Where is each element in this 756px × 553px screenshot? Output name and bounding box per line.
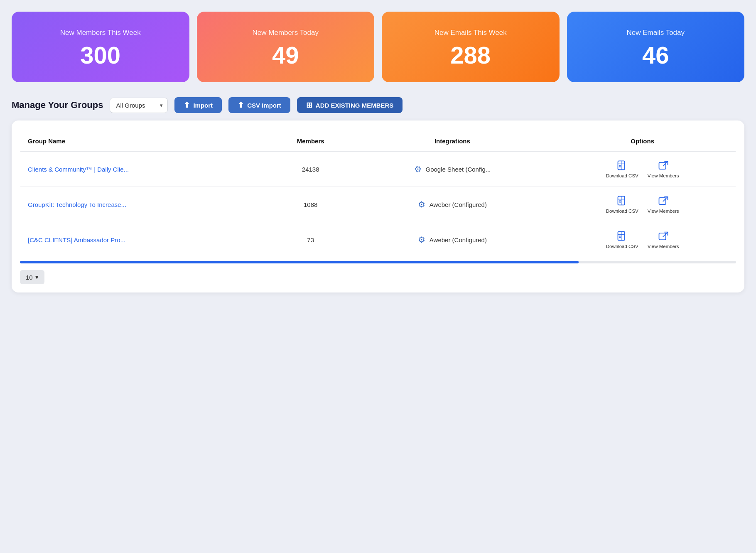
svg-rect-16 — [659, 233, 665, 240]
group-filter-wrapper: All Groups ▾ — [110, 98, 168, 113]
members-cell: 73 — [266, 222, 355, 258]
stat-label: New Members Today — [253, 28, 319, 38]
chevron-down-icon-page: ▾ — [35, 273, 39, 281]
integration-text: Aweber (Configured) — [430, 201, 487, 208]
upload-icon: ⬆ — [184, 101, 190, 109]
group-name-cell: Clients & Community™ | Daily Clie... — [20, 152, 266, 187]
external-link-icon — [658, 195, 669, 207]
group-name-link[interactable]: GroupKit: Technology To Increase... — [28, 201, 126, 208]
integration-content: ⚙ Aweber (Configured) — [363, 235, 542, 245]
upload-icon-csv: ⬆ — [238, 101, 244, 109]
download-csv-button[interactable]: X Download CSV — [606, 195, 638, 214]
manage-title: Manage Your Groups — [12, 100, 103, 111]
stat-card-new-members-week: New Members This Week 300 — [12, 12, 189, 82]
csv-icon: X — [616, 231, 628, 242]
col-members: Members — [266, 131, 355, 152]
members-cell: 24138 — [266, 152, 355, 187]
page-size-value: 10 — [26, 274, 33, 281]
integrations-cell: ⚙ Aweber (Configured) — [355, 222, 549, 258]
table-row: [C&C CLIENTS] Ambassador Pro...73 ⚙ Aweb… — [20, 222, 736, 258]
group-name-cell: GroupKit: Technology To Increase... — [20, 187, 266, 222]
stat-card-new-members-today: New Members Today 49 — [197, 12, 375, 82]
col-group-name: Group Name — [20, 131, 266, 152]
groups-table: Group Name Members Integrations Options … — [20, 130, 736, 258]
view-members-label: View Members — [648, 173, 679, 178]
csv-icon: X — [616, 160, 628, 172]
download-csv-label: Download CSV — [606, 173, 638, 178]
table-row: Clients & Community™ | Daily Clie...2413… — [20, 152, 736, 187]
options-cell: X Download CSV View Members — [549, 187, 736, 222]
download-csv-label: Download CSV — [606, 209, 638, 214]
pagination-row: 10 ▾ — [20, 270, 736, 284]
view-members-label: View Members — [648, 209, 679, 214]
table-scrollbar[interactable] — [20, 261, 736, 263]
members-cell: 1088 — [266, 187, 355, 222]
group-name-cell: [C&C CLIENTS] Ambassador Pro... — [20, 222, 266, 258]
group-name-link[interactable]: Clients & Community™ | Daily Clie... — [28, 166, 129, 173]
integration-text: Google Sheet (Config... — [426, 166, 491, 173]
add-square-icon: ⊞ — [306, 101, 312, 109]
options-buttons: X Download CSV View Members — [557, 160, 728, 178]
download-csv-label: Download CSV — [606, 244, 638, 249]
stat-value: 288 — [450, 43, 491, 67]
table-card: Group Name Members Integrations Options … — [12, 120, 744, 292]
col-options: Options — [549, 131, 736, 152]
gear-icon: ⚙ — [418, 199, 425, 209]
options-buttons: X Download CSV View Members — [557, 231, 728, 249]
add-existing-members-button[interactable]: ⊞ ADD EXISTING MEMBERS — [297, 97, 403, 113]
stat-label: New Emails Today — [626, 28, 685, 38]
integrations-cell: ⚙ Aweber (Configured) — [355, 187, 549, 222]
integration-text: Aweber (Configured) — [430, 236, 487, 243]
view-members-label: View Members — [648, 244, 679, 249]
csv-icon: X — [616, 195, 628, 207]
csv-import-button[interactable]: ⬆ CSV Import — [228, 97, 290, 113]
table-row: GroupKit: Technology To Increase...1088 … — [20, 187, 736, 222]
page-size-selector[interactable]: 10 ▾ — [20, 270, 44, 284]
gear-icon: ⚙ — [414, 164, 422, 174]
stat-card-new-emails-week: New Emails This Week 288 — [382, 12, 560, 82]
options-buttons: X Download CSV View Members — [557, 195, 728, 214]
stat-label: New Members This Week — [60, 28, 141, 38]
external-link-icon — [658, 160, 669, 172]
group-name-link[interactable]: [C&C CLIENTS] Ambassador Pro... — [28, 236, 125, 243]
integration-content: ⚙ Google Sheet (Config... — [363, 164, 542, 174]
stat-value: 49 — [272, 43, 299, 67]
options-cell: X Download CSV View Members — [549, 222, 736, 258]
svg-rect-10 — [659, 198, 665, 204]
download-csv-button[interactable]: X Download CSV — [606, 160, 638, 178]
gear-icon: ⚙ — [418, 235, 425, 245]
options-cell: X Download CSV View Members — [549, 152, 736, 187]
svg-text:X: X — [619, 235, 621, 239]
view-members-button[interactable]: View Members — [648, 231, 679, 249]
external-link-icon — [658, 231, 669, 242]
svg-text:X: X — [619, 165, 621, 168]
stats-row: New Members This Week 300 New Members To… — [12, 12, 744, 82]
integration-content: ⚙ Aweber (Configured) — [363, 199, 542, 209]
manage-header: Manage Your Groups All Groups ▾ ⬆ Import… — [12, 97, 744, 113]
stat-value: 46 — [642, 43, 669, 67]
svg-text:X: X — [619, 200, 621, 204]
stat-label: New Emails This Week — [434, 28, 507, 38]
import-button[interactable]: ⬆ Import — [174, 97, 222, 113]
integrations-cell: ⚙ Google Sheet (Config... — [355, 152, 549, 187]
col-integrations: Integrations — [355, 131, 549, 152]
table-scrollbar-thumb — [20, 261, 579, 263]
stat-card-new-emails-today: New Emails Today 46 — [567, 12, 745, 82]
download-csv-button[interactable]: X Download CSV — [606, 231, 638, 249]
view-members-button[interactable]: View Members — [648, 160, 679, 178]
group-select[interactable]: All Groups — [110, 98, 168, 113]
stat-value: 300 — [80, 43, 120, 67]
view-members-button[interactable]: View Members — [648, 195, 679, 214]
svg-rect-4 — [659, 162, 665, 169]
